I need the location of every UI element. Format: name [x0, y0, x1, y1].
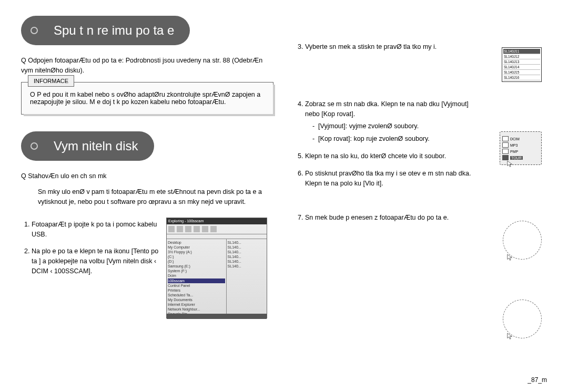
thumbnail-context-menu: DCIM MP3 PMP TOUR	[500, 131, 542, 165]
paragraph-download-heading: StahovÆn ulo en ch sn mk	[26, 172, 107, 180]
explorer-file-list: SL140... SL140... SL140... SL140... SL14…	[227, 239, 267, 314]
paragraph-unplug-text: Odpojen fotoaparÆtu od po ta e: Podrobno…	[21, 57, 262, 74]
step-4-sub1: [Vyjmout]: vyjme zvolenØ soubory.	[318, 122, 419, 130]
explorer-toolbar	[167, 224, 267, 234]
banner-cap-icon	[21, 131, 47, 161]
info-box: INFORMACE O P ed pou it m kabel nebo s o…	[21, 82, 273, 115]
cursor-icon	[506, 254, 514, 261]
step-4-sub2: [Kop rovat]: kop ruje zvolenØ soubory.	[318, 135, 430, 142]
step-7: Sn mek bude p enesen z fotoaparÆtu do po…	[305, 213, 476, 223]
banner-cap-icon	[21, 16, 47, 45]
paragraph-unplug: Q Odpojen fotoaparÆtu od po ta e: Podrob…	[21, 56, 273, 76]
step-1: FotoaparÆt p ipojte k po ta i pomoc kabe…	[32, 220, 161, 240]
explorer-titlebar: Exploring - 100sscam	[167, 218, 267, 224]
menu-mp3: MP3	[510, 143, 518, 147]
cursor-icon	[506, 160, 514, 168]
thumbnail-file-list: SL140J11 SL140J12 SL140J13 SL140J14 SL14…	[502, 47, 542, 82]
step-6-text: Po stisknut pravØho tla tka my i se otev…	[305, 170, 471, 187]
menu-tour: TOUR	[510, 156, 523, 160]
step-5-text: Klepn te na slo ku, do kterØ chcete vlo …	[305, 152, 446, 160]
section-title-2: Vym niteln disk	[47, 131, 154, 161]
paragraph-download-body: Sn mky ulo enØ v pam ti fotoaparÆtu m et…	[38, 187, 273, 207]
info-label: INFORMACE	[28, 75, 74, 87]
page-number: _87_m	[528, 376, 547, 384]
step-3: Vyberte sn mek a stiskn te pravØ tla tko…	[305, 42, 476, 52]
steps-right: Vyberte sn mek a stiskn te pravØ tla tko…	[295, 42, 476, 222]
section-header-1: Spu t n re imu po ta e	[21, 16, 273, 45]
paragraph-download: Q StahovÆn ulo en ch sn mk	[21, 171, 273, 181]
step-2: Na plo e po ta e klepn te na ikonu [Tent…	[32, 246, 161, 276]
placeholder-circle-1	[503, 221, 542, 260]
step-4-text: Zobraz se m stn nab dka. Klepn te na nab…	[305, 100, 469, 118]
info-body-text: P ed pou it m kabel nebo s ovØho adaptØr…	[30, 91, 260, 106]
section-header-2: Vym niteln disk	[21, 131, 273, 161]
step-4: Zobraz se m stn nab dka. Klepn te na nab…	[305, 99, 476, 145]
menu-pmp: PMP	[510, 150, 518, 153]
bullet-marker: Q	[21, 57, 26, 64]
step-6: Po stisknut pravØho tla tka my i se otev…	[305, 169, 476, 189]
step-3-text: Vyberte sn mek a stiskn te pravØ tla tko…	[305, 43, 437, 50]
section-title-1: Spu t n re imu po ta e	[47, 16, 190, 45]
info-bullet: O	[30, 91, 35, 98]
menu-dcim: DCIM	[510, 137, 520, 141]
explorer-tree: Desktop My Computer 3½ Floppy (A:) (C:) …	[167, 239, 227, 314]
steps-left: FotoaparÆt p ipojte k po ta i pomoc kabe…	[21, 220, 161, 318]
step-5: Klepn te na slo ku, do kterØ chcete vlo …	[305, 151, 476, 161]
bullet-marker: Q	[21, 172, 26, 180]
placeholder-circle-2	[503, 300, 542, 338]
cursor-icon	[506, 333, 514, 340]
step-7-text: Sn mek bude p enesen z fotoaparÆtu do po…	[305, 214, 449, 221]
explorer-screenshot: Exploring - 100sscam Desktop My Computer…	[166, 218, 267, 318]
